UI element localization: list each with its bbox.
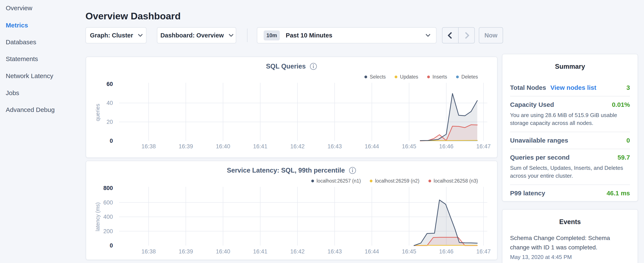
svg-text:16:44: 16:44 xyxy=(365,248,379,255)
svg-text:400: 400 xyxy=(103,214,113,220)
time-range-badge: 10m xyxy=(264,31,280,41)
svg-text:latency (ms): latency (ms) xyxy=(94,202,100,231)
summary-title: Summary xyxy=(502,54,638,70)
svg-text:16:42: 16:42 xyxy=(290,248,305,255)
svg-text:16:45: 16:45 xyxy=(402,143,416,150)
summary-label: Queries per second xyxy=(510,154,570,161)
summary-value: 59.7 xyxy=(618,154,630,161)
summary-row-p99-latency: P99 latency 46.1 ms xyxy=(510,185,630,201)
svg-text:0: 0 xyxy=(110,242,113,249)
svg-text:16:42: 16:42 xyxy=(290,143,305,150)
view-nodes-list-link[interactable]: View nodes list xyxy=(550,84,596,91)
svg-text:0: 0 xyxy=(110,138,113,144)
graph-dropdown[interactable]: Graph: Cluster xyxy=(86,27,146,43)
svg-text:16:46: 16:46 xyxy=(439,248,454,255)
page-title: Overview Dashboard xyxy=(86,11,181,22)
chevron-down-icon xyxy=(138,32,143,37)
svg-text:16:40: 16:40 xyxy=(216,248,230,255)
sidebar-item-network-latency[interactable]: Network Latency xyxy=(6,72,53,80)
sidebar-item-overview[interactable]: Overview xyxy=(6,4,32,13)
svg-text:16:43: 16:43 xyxy=(328,143,342,150)
sidebar-item-advanced-debug[interactable]: Advanced Debug xyxy=(6,105,55,114)
chevron-left-icon xyxy=(448,32,454,39)
svg-text:40: 40 xyxy=(106,100,113,106)
svg-text:queries: queries xyxy=(94,104,100,121)
summary-desc: Sum of Selects, Updates, Inserts, and De… xyxy=(510,164,630,180)
toolbar-divider xyxy=(247,29,248,42)
svg-text:20: 20 xyxy=(106,119,113,125)
svg-text:60: 60 xyxy=(106,81,113,87)
svg-text:200: 200 xyxy=(103,228,113,234)
summary-label: P99 latency xyxy=(510,190,545,197)
summary-label: Capacity Used xyxy=(510,101,554,108)
chevron-down-icon xyxy=(228,32,234,37)
summary-value: 0.01% xyxy=(612,101,630,108)
svg-text:16:47: 16:47 xyxy=(476,143,491,150)
svg-text:16:41: 16:41 xyxy=(253,143,268,150)
time-range-dropdown[interactable]: 10m Past 10 Minutes xyxy=(257,27,436,43)
summary-row-capacity-used: Capacity Used 0.01% You are using 28.6 M… xyxy=(510,96,630,132)
summary-row-qps: Queries per second 59.7 Sum of Selects, … xyxy=(510,149,630,184)
svg-text:16:47: 16:47 xyxy=(476,248,491,255)
sql-queries-card: SQL Queries SelectsUpdatesInsertsDeletes… xyxy=(86,57,498,158)
summary-desc: You are using 28.6 MiB of 515.9 GiB usab… xyxy=(510,111,630,127)
events-panel: Events Schema Change Completed: Schema c… xyxy=(502,209,638,263)
svg-text:16:43: 16:43 xyxy=(328,248,342,255)
time-step-back-button[interactable] xyxy=(442,27,458,43)
now-button[interactable]: Now xyxy=(479,27,503,43)
summary-value: 46.1 ms xyxy=(606,190,630,197)
svg-text:16:45: 16:45 xyxy=(402,248,416,255)
svg-text:16:44: 16:44 xyxy=(365,143,379,150)
service-latency-card: Service Latency: SQL, 99th percentile lo… xyxy=(86,161,498,260)
time-step-group xyxy=(442,27,475,43)
dashboard-dropdown[interactable]: Dashboard: Overview xyxy=(157,27,236,43)
sidebar-item-statements[interactable]: Statements xyxy=(6,55,38,63)
time-range-label: Past 10 Minutes xyxy=(286,32,332,39)
sql-queries-chart[interactable]: 020406016:3816:3916:4016:4116:4216:4316:… xyxy=(86,57,497,157)
chevron-right-icon xyxy=(462,32,470,39)
page: Overview Metrics Databases Statements Ne… xyxy=(0,0,644,263)
graph-dropdown-label: Graph: Cluster xyxy=(90,32,133,39)
svg-text:16:41: 16:41 xyxy=(253,248,268,255)
svg-text:16:46: 16:46 xyxy=(439,143,454,150)
summary-value: 3 xyxy=(626,84,630,91)
chevron-down-icon xyxy=(426,32,430,37)
summary-label: Unavailable ranges xyxy=(510,137,568,144)
event-message: Schema Change Completed: Schema change w… xyxy=(510,233,630,252)
svg-text:16:39: 16:39 xyxy=(178,248,193,255)
svg-text:16:39: 16:39 xyxy=(178,143,193,150)
sidebar-item-databases[interactable]: Databases xyxy=(6,38,36,47)
time-step-forward-button[interactable] xyxy=(458,27,475,43)
summary-row-unavailable-ranges: Unavailable ranges 0 xyxy=(510,132,630,149)
events-title: Events xyxy=(502,210,638,226)
svg-text:16:40: 16:40 xyxy=(216,143,230,150)
summary-label: Total Nodes xyxy=(510,84,546,91)
svg-text:600: 600 xyxy=(103,199,113,206)
event-item: Schema Change Completed: Schema change w… xyxy=(510,233,630,260)
service-latency-chart[interactable]: 020040060080016:3816:3916:4016:4116:4216… xyxy=(86,161,497,259)
svg-text:800: 800 xyxy=(103,185,113,191)
svg-text:16:38: 16:38 xyxy=(142,143,156,150)
dashboard-dropdown-label: Dashboard: Overview xyxy=(160,32,224,39)
svg-text:16:38: 16:38 xyxy=(142,248,156,255)
sidebar-item-jobs[interactable]: Jobs xyxy=(6,89,19,97)
sidebar-item-metrics[interactable]: Metrics xyxy=(6,21,28,30)
summary-value: 0 xyxy=(626,137,630,144)
summary-panel: Summary Total Nodes View nodes list 3 Ca… xyxy=(502,54,638,201)
summary-row-total-nodes: Total Nodes View nodes list 3 xyxy=(510,79,630,96)
event-timestamp: May 13, 2020 at 4:45 PM xyxy=(510,254,630,260)
